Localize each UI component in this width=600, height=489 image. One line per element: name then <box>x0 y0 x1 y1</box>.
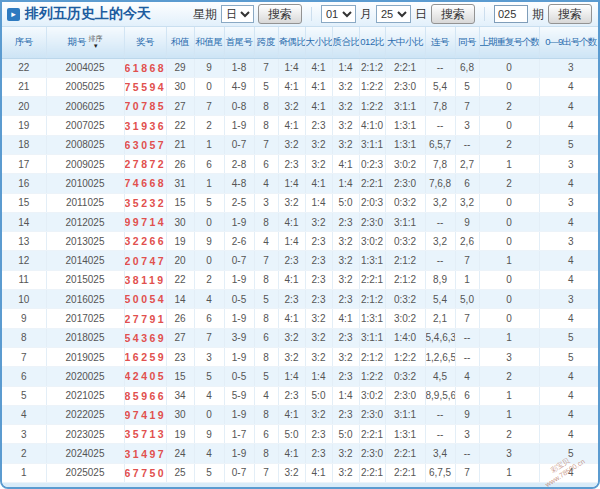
table-cell: 0 <box>479 270 539 289</box>
table-cell: 2-6 <box>224 232 254 251</box>
table-cell: 2:3 <box>332 367 359 386</box>
table-cell: 22 <box>166 116 194 135</box>
table-cell: 30 <box>166 405 194 424</box>
table-cell: 2019025 <box>46 347 124 366</box>
table-cell: 3:2 <box>305 135 332 154</box>
table-row: 192007025319362221-984:12:33:24:1:01:3:1… <box>2 116 600 135</box>
table-cell: 2007025 <box>46 116 124 135</box>
table-cell: 6,5,7 <box>425 135 455 154</box>
table-cell: 3:2 <box>332 232 359 251</box>
date-search-button[interactable]: 搜索 <box>431 4 475 24</box>
table-cell: -- <box>425 116 455 135</box>
table-cell: 2:3 <box>305 232 332 251</box>
table-cell: 22 <box>2 58 46 77</box>
table-cell: 2:3 <box>278 386 305 405</box>
issue-search-button[interactable]: 搜索 <box>548 4 592 24</box>
table-cell: 3:2 <box>332 347 359 366</box>
table-cell: 4:1 <box>332 154 359 173</box>
table-cell: 2:3 <box>278 251 305 270</box>
table-row: 132013025322661992-641:42:33:23:0:20:3:2… <box>2 232 600 251</box>
table-cell: 2,7 <box>455 154 479 173</box>
month-select[interactable]: 01 <box>321 5 356 23</box>
table-cell: 1 <box>479 386 539 405</box>
table-cell: 3:2 <box>305 328 332 347</box>
table-cell: 3 <box>539 58 600 77</box>
table-cell: 2011025 <box>46 193 124 212</box>
table-cell: 4 <box>539 97 600 116</box>
sort-control[interactable]: 排序▼ <box>89 35 103 49</box>
table-cell: 3:2 <box>305 405 332 424</box>
table-cell: 0 <box>479 193 539 212</box>
table-cell: 4 <box>539 309 600 328</box>
table-cell: 2:3 <box>305 270 332 289</box>
table-cell: 2016025 <box>46 290 124 309</box>
table-cell: 9 <box>194 232 224 251</box>
issue-input[interactable] <box>494 5 528 23</box>
table-cell: 5,4 <box>425 77 455 96</box>
table-cell: 17 <box>2 154 46 173</box>
table-cell: 4 <box>455 367 479 386</box>
table-cell: 6,7,5 <box>425 463 455 482</box>
prize-number: 97419 <box>124 405 166 424</box>
prize-number: 99714 <box>124 212 166 231</box>
weekday-search-button[interactable]: 搜索 <box>258 4 302 24</box>
table-row: 212005025755943004-954:14:13:21:2:22:3:0… <box>2 77 600 96</box>
prize-number: 27872 <box>124 154 166 173</box>
table-cell: 3 <box>2 425 46 444</box>
table-cell: 4 <box>539 463 600 482</box>
table-cell: 13 <box>2 232 46 251</box>
table-cell: 2009025 <box>46 154 124 173</box>
table-cell: 0 <box>194 251 224 270</box>
table-cell: 4 <box>254 174 278 193</box>
table-cell: 15 <box>166 367 194 386</box>
table-cell: 6,8 <box>455 58 479 77</box>
table-row: 52021025859663445-942:35:01:43:0:22:3:08… <box>2 386 600 405</box>
table-cell: 2:3 <box>305 116 332 135</box>
table-cell: 1-9 <box>224 116 254 135</box>
sort-label: 排序 <box>89 35 103 42</box>
table-cell: 3 <box>539 154 600 173</box>
day-select[interactable]: 25 <box>376 5 411 23</box>
table-cell: 5 <box>2 386 46 405</box>
table-cell: 15 <box>2 193 46 212</box>
table-cell: 4-8 <box>224 174 254 193</box>
table-cell: 4 <box>539 174 600 193</box>
table-cell: 4:1 <box>305 77 332 96</box>
table-cell: 2:3:0 <box>359 405 385 424</box>
table-cell: 8 <box>254 444 278 463</box>
weekday-select[interactable]: 日 <box>221 5 254 23</box>
table-row: 202006025707852770-883:24:13:21:2:23:1:1… <box>2 97 600 116</box>
table-cell: 3,4 <box>425 444 455 463</box>
table-row: 12025025677502550-773:24:13:22:2:12:2:16… <box>2 463 600 482</box>
table-cell: 1:4 <box>332 386 359 405</box>
table-cell: 15 <box>166 193 194 212</box>
table-cell: 16 <box>2 174 46 193</box>
table-cell: 0 <box>479 309 539 328</box>
table-cell: 4 <box>2 405 46 424</box>
table-cell: 3:2 <box>332 270 359 289</box>
table-cell: 4 <box>539 367 600 386</box>
table-cell: 2022025 <box>46 405 124 424</box>
table-cell: -- <box>425 212 455 231</box>
prize-number: 61868 <box>124 58 166 77</box>
table-cell: 5:0 <box>332 193 359 212</box>
table-cell: 8,9,5,6 <box>425 386 455 405</box>
table-cell: 6 <box>2 367 46 386</box>
table-cell: 3:2 <box>278 328 305 347</box>
table-row: 72019025162592331-983:23:23:22:1:21:2:21… <box>2 347 600 366</box>
table-cell: 5 <box>194 463 224 482</box>
table-cell: 5 <box>254 290 278 309</box>
table-row: 22024025314972441-984:12:33:22:3:02:2:13… <box>2 444 600 463</box>
table-cell: 8,9 <box>425 270 455 289</box>
table-cell: 4:1 <box>305 58 332 77</box>
table-cell: 3 <box>539 193 600 212</box>
table-cell: 4 <box>539 270 600 289</box>
table-cell: 0 <box>479 212 539 231</box>
table-cell: 4-9 <box>224 77 254 96</box>
table-cell: 0-7 <box>224 463 254 482</box>
table-cell: 0 <box>194 212 224 231</box>
table-cell: 4 <box>194 444 224 463</box>
table-cell: 0:3:2 <box>385 193 425 212</box>
table-cell: 2018025 <box>46 328 124 347</box>
table-cell: 4 <box>254 386 278 405</box>
